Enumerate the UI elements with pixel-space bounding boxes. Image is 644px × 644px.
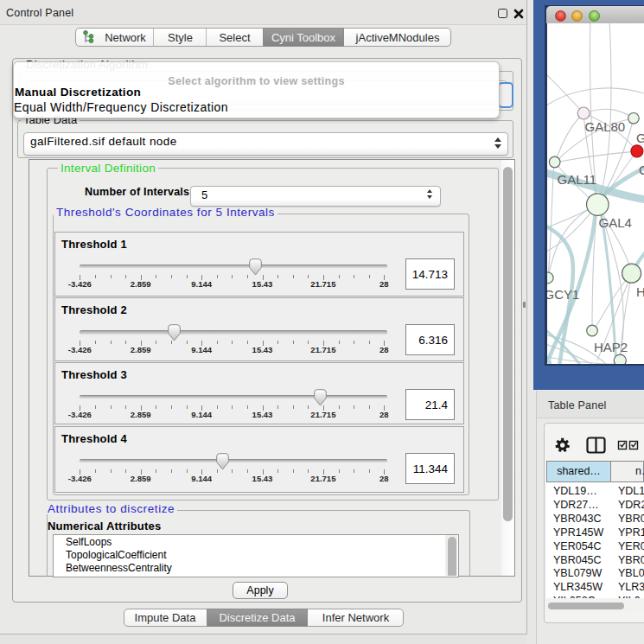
svg-text:GAL4: GAL4 (599, 215, 632, 230)
svg-text:H: H (636, 284, 644, 299)
svg-text:HAP2: HAP2 (594, 340, 628, 354)
svg-text:GAL80: GAL80 (585, 119, 626, 134)
svg-text:GCY1: GCY1 (547, 287, 579, 302)
svg-text:GAL11: GAL11 (558, 172, 597, 187)
svg-text:C: C (639, 163, 644, 177)
svg-text:G: G (636, 131, 644, 145)
